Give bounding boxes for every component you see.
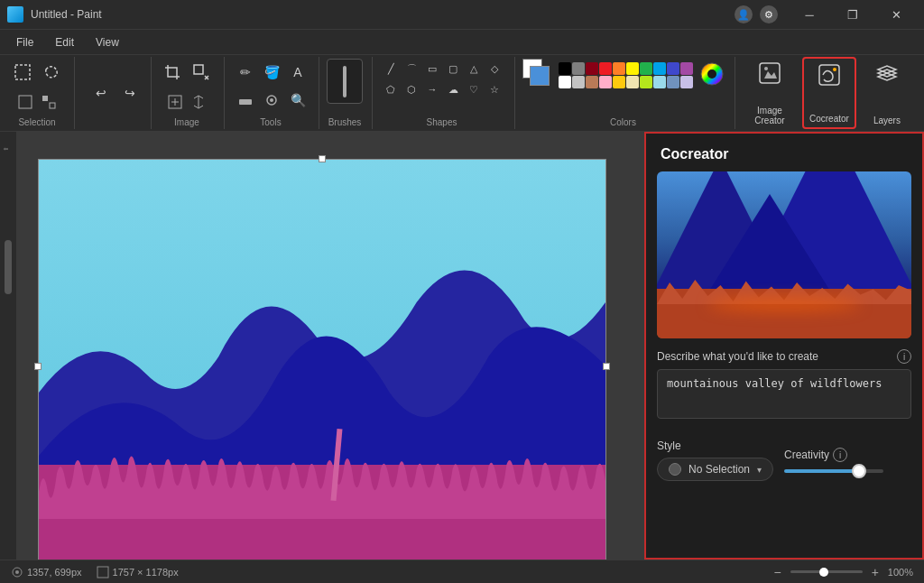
selection-label: Selection [18,117,55,127]
handle-left-center[interactable] [34,363,42,370]
cocreator-toolbar-button[interactable]: Cocreator [802,57,856,129]
menu-edit[interactable]: Edit [46,33,83,51]
menu-view[interactable]: View [87,33,128,51]
layers-button[interactable]: Layers [860,57,914,129]
close-button[interactable]: ✕ [875,0,917,29]
svg-rect-3 [50,103,55,108]
color-brown[interactable] [586,76,598,88]
color-yellow[interactable] [626,62,639,75]
magnify-button[interactable]: 🔍 [284,87,311,114]
crop-button[interactable] [159,59,186,86]
selection-options-row [14,92,60,112]
remove-bg-button[interactable] [164,92,186,112]
image-creator-button[interactable]: Image Creator [741,57,799,129]
select-free-button[interactable] [38,59,65,86]
select-all-button[interactable] [14,92,36,112]
shape-rect[interactable]: ▭ [421,59,443,79]
color-row-1 [559,62,693,75]
colors-area [522,59,724,91]
brush-preview[interactable] [327,59,363,104]
zoom-in-button[interactable]: + [872,565,879,579]
redo-button[interactable]: ↪ [116,79,143,106]
scroll-thumb-vertical[interactable] [5,240,12,294]
style-value: No Selection [688,463,750,476]
title-bar-left: Untitled - Paint [7,6,102,23]
style-dropdown[interactable]: No Selection ▾ [657,458,773,481]
color-pink[interactable] [599,76,612,88]
paint-canvas[interactable] [38,159,606,560]
shape-line[interactable]: ╱ [380,59,402,79]
shape-diamond[interactable]: ◇ [484,59,505,79]
color-lavender[interactable] [680,76,693,88]
shape-triangle[interactable]: △ [463,59,485,79]
color-white[interactable] [559,76,571,88]
handle-top-center[interactable] [319,155,326,162]
describe-info-icon[interactable]: i [897,349,911,364]
undo-button[interactable]: ↩ [88,79,115,106]
shape-roundrect[interactable]: ▢ [442,59,464,79]
shape-hexagon[interactable]: ⬡ [401,79,422,99]
ai-highlight [707,298,860,311]
color-steelblue[interactable] [667,76,679,88]
toolbar-group-image: Image [157,57,225,129]
creativity-slider[interactable] [784,469,883,473]
handle-right-center[interactable] [603,363,610,370]
svg-rect-0 [15,65,30,79]
color-purple[interactable] [680,62,693,75]
prompt-input[interactable]: mountainous valley of wildflowers [657,369,911,419]
svg-point-12 [764,67,768,70]
color-lightgray[interactable] [572,76,585,88]
resize-button[interactable] [188,59,215,86]
color-black[interactable] [559,62,571,75]
toolbar-group-colors: Colors [521,57,735,129]
creativity-info-icon[interactable]: i [833,448,847,462]
shape-cloud[interactable]: ☁ [442,79,464,99]
fill-button[interactable]: 🪣 [258,59,285,86]
minimize-button[interactable]: ─ [789,0,830,29]
shape-pentagon[interactable]: ⬠ [380,79,402,99]
shape-curve[interactable]: ⌒ [401,59,422,79]
color-wheel[interactable] [700,62,724,88]
color-picker-button[interactable] [258,87,285,114]
select-invert-button[interactable] [38,92,60,112]
coords-text: 1357, 699px [27,567,82,578]
pencil-button[interactable]: ✏ [232,59,259,86]
vertical-scrollbar[interactable]: ⬆ [0,132,16,560]
color-palette [559,62,693,88]
text-button[interactable]: A [284,59,311,86]
chevron-down-icon: ▾ [757,465,762,475]
settings-icon[interactable]: ⚙ [760,5,778,23]
svg-point-14 [833,68,836,71]
eraser-button[interactable] [232,87,259,114]
color-red[interactable] [599,62,612,75]
describe-label-row: Describe what you'd like to create i [657,349,911,364]
select-rect-button[interactable] [9,59,36,86]
color-green[interactable] [640,62,652,75]
color-darkred[interactable] [586,62,598,75]
brushes-label: Brushes [328,117,362,127]
shape-star[interactable]: ☆ [484,79,505,99]
fg-color-swatch[interactable] [530,66,550,86]
color-skyblue[interactable] [653,76,666,88]
canvas-area[interactable]: ⬆ [0,132,644,560]
colors-label: Colors [610,117,636,127]
canvas-dimensions: 1757 × 1178px [97,566,179,578]
color-cream[interactable] [626,76,639,88]
color-blue[interactable] [653,62,666,75]
color-indigo[interactable] [667,62,679,75]
zoom-out-button[interactable]: − [773,565,781,579]
color-orange[interactable] [613,62,625,75]
cocreator-icon [817,62,842,93]
image-flip-button[interactable] [188,92,209,112]
color-gray[interactable] [572,62,585,75]
layers-label: Layers [873,116,901,125]
shape-arrow[interactable]: → [421,79,443,99]
color-gold[interactable] [613,76,625,88]
shape-heart[interactable]: ♡ [463,79,485,99]
zoom-slider[interactable] [790,570,863,573]
restore-button[interactable]: ❐ [832,0,873,29]
toolbar-group-tools: ✏ 🪣 A 🔍 Tools [230,57,319,129]
color-lime[interactable] [640,76,652,88]
slider-thumb[interactable] [852,464,866,478]
menu-file[interactable]: File [7,33,42,51]
